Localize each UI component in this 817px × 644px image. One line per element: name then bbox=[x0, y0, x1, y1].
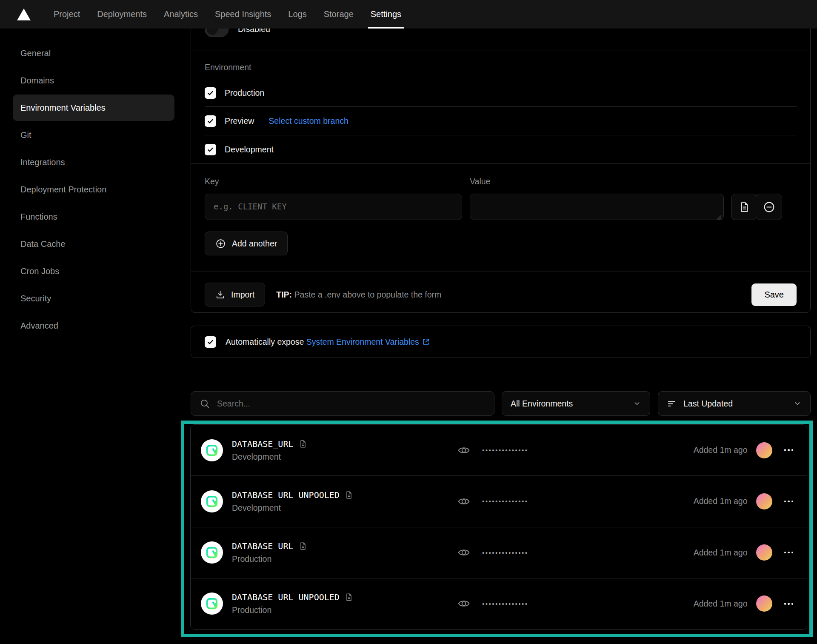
key-input[interactable] bbox=[205, 194, 462, 220]
system-env-variables-link[interactable]: System Environment Variables bbox=[306, 337, 430, 346]
value-group: •••••••••••••• bbox=[457, 444, 528, 457]
reveal-value-button[interactable] bbox=[457, 597, 470, 610]
sidebar-item-git[interactable]: Git bbox=[13, 122, 174, 148]
external-link-icon bbox=[422, 338, 430, 346]
nav-item-label: Speed Insights bbox=[215, 9, 271, 19]
search-input[interactable] bbox=[217, 399, 486, 409]
remove-variable-row-button[interactable] bbox=[756, 194, 782, 220]
add-another-label: Add another bbox=[232, 239, 277, 249]
ellipsis-icon bbox=[788, 552, 790, 554]
sidebar-item-environment-variables[interactable]: Environment Variables bbox=[13, 94, 174, 121]
sidebar-item-domains[interactable]: Domains bbox=[13, 67, 174, 94]
preview-checkbox[interactable] bbox=[205, 115, 216, 127]
masked-value: •••••••••••••• bbox=[482, 600, 528, 607]
ellipsis-icon bbox=[791, 501, 794, 503]
sidebar-item-deployment-protection[interactable]: Deployment Protection bbox=[13, 176, 174, 203]
select-custom-branch-link[interactable]: Select custom branch bbox=[269, 116, 349, 126]
file-icon bbox=[739, 201, 750, 213]
add-another-button[interactable]: Add another bbox=[205, 232, 288, 255]
nav-item-deployments[interactable]: Deployments bbox=[89, 0, 155, 29]
environment-filter-dropdown[interactable]: All Environments bbox=[502, 391, 650, 416]
note-file-icon[interactable] bbox=[299, 440, 307, 448]
nav-item-label: Settings bbox=[371, 9, 401, 19]
nav-item-speed-insights[interactable]: Speed Insights bbox=[206, 0, 280, 29]
row-menu-button[interactable] bbox=[783, 549, 794, 556]
vercel-logo-icon[interactable] bbox=[17, 0, 31, 29]
added-time: Added 1m ago bbox=[694, 599, 748, 609]
env-var-key: DATABASE_URL bbox=[232, 439, 294, 449]
environment-row-production: Production bbox=[205, 79, 797, 106]
env-var-environment: Production bbox=[232, 605, 353, 615]
env-var-key: DATABASE_URL_UNPOOLED bbox=[232, 490, 340, 500]
check-icon bbox=[207, 146, 214, 153]
row-meta: Added 1m ago bbox=[694, 493, 794, 509]
environment-checkbox-label: Production bbox=[225, 88, 264, 98]
ellipsis-icon bbox=[784, 552, 786, 554]
nav-item-label: Deployments bbox=[97, 9, 147, 19]
nav-item-label: Analytics bbox=[164, 9, 198, 19]
production-checkbox[interactable] bbox=[205, 87, 216, 99]
resize-grip-icon[interactable] bbox=[717, 215, 722, 220]
system-env-checkbox[interactable] bbox=[205, 336, 216, 348]
search-icon bbox=[200, 398, 210, 409]
sort-icon bbox=[667, 399, 677, 409]
nav-item-logs[interactable]: Logs bbox=[280, 0, 315, 29]
nav-item-label: Project bbox=[54, 9, 80, 19]
sort-dropdown[interactable]: Last Updated bbox=[658, 391, 811, 416]
env-var-environment: Development bbox=[232, 452, 307, 462]
env-var-list: DATABASE_URL Development •••••••••••••• … bbox=[190, 424, 807, 630]
environment-checkbox-label: Preview bbox=[225, 116, 254, 126]
note-file-icon[interactable] bbox=[299, 542, 307, 550]
save-button[interactable]: Save bbox=[751, 283, 797, 306]
reveal-value-button[interactable] bbox=[457, 546, 470, 559]
user-avatar bbox=[756, 493, 772, 509]
neon-logo-icon bbox=[206, 444, 218, 457]
note-file-icon[interactable] bbox=[345, 491, 353, 499]
key-label: Key bbox=[205, 177, 462, 187]
development-checkbox[interactable] bbox=[205, 144, 216, 155]
settings-sidebar: General Domains Environment Variables Gi… bbox=[0, 29, 187, 340]
search-box bbox=[191, 391, 494, 416]
row-menu-button[interactable] bbox=[783, 447, 794, 454]
env-var-row[interactable]: DATABASE_URL_UNPOOLED Production •••••••… bbox=[191, 578, 807, 629]
ellipsis-icon bbox=[791, 552, 794, 554]
row-menu-button[interactable] bbox=[783, 600, 794, 607]
paste-env-file-button[interactable] bbox=[731, 194, 757, 220]
tip-text: TIP: Paste a .env above to populate the … bbox=[276, 290, 441, 300]
sidebar-item-data-cache[interactable]: Data Cache bbox=[13, 231, 174, 257]
value-group: •••••••••••••• bbox=[457, 495, 528, 508]
note-file-icon[interactable] bbox=[345, 593, 353, 601]
nav-item-storage[interactable]: Storage bbox=[315, 0, 362, 29]
chevron-down-icon bbox=[633, 399, 641, 408]
eye-icon bbox=[457, 546, 470, 559]
plus-circle-icon bbox=[215, 238, 226, 249]
check-icon bbox=[207, 89, 214, 97]
sidebar-item-cron-jobs[interactable]: Cron Jobs bbox=[13, 258, 174, 284]
import-label: Import bbox=[231, 290, 254, 300]
reveal-value-button[interactable] bbox=[457, 444, 470, 457]
env-var-environment: Development bbox=[232, 503, 353, 513]
import-button[interactable]: Import bbox=[205, 283, 265, 306]
reveal-value-button[interactable] bbox=[457, 495, 470, 508]
sidebar-item-functions[interactable]: Functions bbox=[13, 203, 174, 230]
sidebar-item-integrations[interactable]: Integrations bbox=[13, 149, 174, 175]
env-var-row[interactable]: DATABASE_URL Production •••••••••••••• A… bbox=[191, 527, 807, 578]
sidebar-item-general[interactable]: General bbox=[13, 40, 174, 66]
check-icon bbox=[207, 338, 214, 346]
env-var-info: DATABASE_URL Production bbox=[232, 541, 307, 564]
nav-item-label: Storage bbox=[324, 9, 354, 19]
value-textarea[interactable] bbox=[470, 194, 724, 220]
nav-item-project[interactable]: Project bbox=[45, 0, 89, 29]
form-footer: Import TIP: Paste a .env above to popula… bbox=[191, 272, 810, 317]
env-var-row[interactable]: DATABASE_URL Development •••••••••••••• … bbox=[191, 425, 807, 475]
user-avatar bbox=[756, 544, 772, 561]
integration-avatar bbox=[201, 592, 223, 615]
eye-icon bbox=[457, 444, 470, 457]
sidebar-item-security[interactable]: Security bbox=[13, 285, 174, 312]
nav-item-analytics[interactable]: Analytics bbox=[155, 0, 206, 29]
sidebar-item-advanced[interactable]: Advanced bbox=[13, 312, 174, 339]
row-menu-button[interactable] bbox=[783, 498, 794, 505]
row-meta: Added 1m ago bbox=[694, 544, 794, 561]
env-var-row[interactable]: DATABASE_URL_UNPOOLED Development ••••••… bbox=[191, 475, 807, 527]
nav-item-settings[interactable]: Settings bbox=[362, 0, 410, 29]
